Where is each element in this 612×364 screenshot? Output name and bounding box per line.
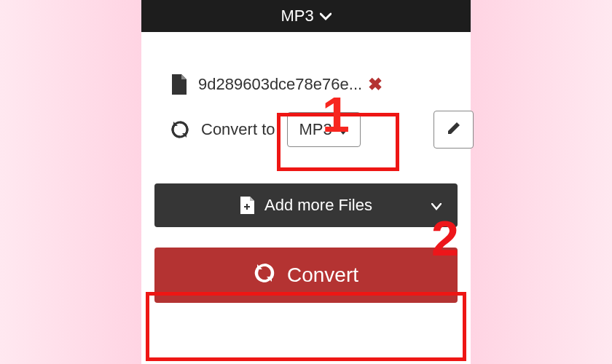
convert-row: Convert to MP3 [170,112,442,147]
refresh-icon [170,120,189,139]
remove-file-button[interactable]: ✖ [368,74,382,95]
chevron-down-icon [431,196,442,215]
file-row: 9d289603dce78e76e... ✖ [170,74,442,95]
chevron-down-icon [320,7,332,25]
pencil-icon [446,120,462,139]
format-dropdown-value: MP3 [299,120,332,139]
add-more-files-label: Add more Files [264,196,372,215]
converter-app-screen: MP3 9d289603dce78e76e... ✖ Convert to MP… [141,0,471,364]
file-icon [170,74,187,95]
convert-button-label: Convert [287,264,358,287]
file-card: 9d289603dce78e76e... ✖ Convert to MP3 [154,54,458,170]
top-format-label: MP3 [280,7,313,25]
convert-to-label: Convert to [201,120,275,139]
add-more-files-button[interactable]: Add more Files [154,183,458,227]
top-format-selector[interactable]: MP3 [141,0,471,32]
convert-icon [254,262,275,289]
file-name: 9d289603dce78e76e... [198,75,362,94]
convert-button[interactable]: Convert [154,248,458,303]
edit-button[interactable] [434,111,474,149]
format-dropdown[interactable]: MP3 [287,112,361,147]
chevron-down-icon [338,120,348,139]
add-file-icon [240,197,254,214]
